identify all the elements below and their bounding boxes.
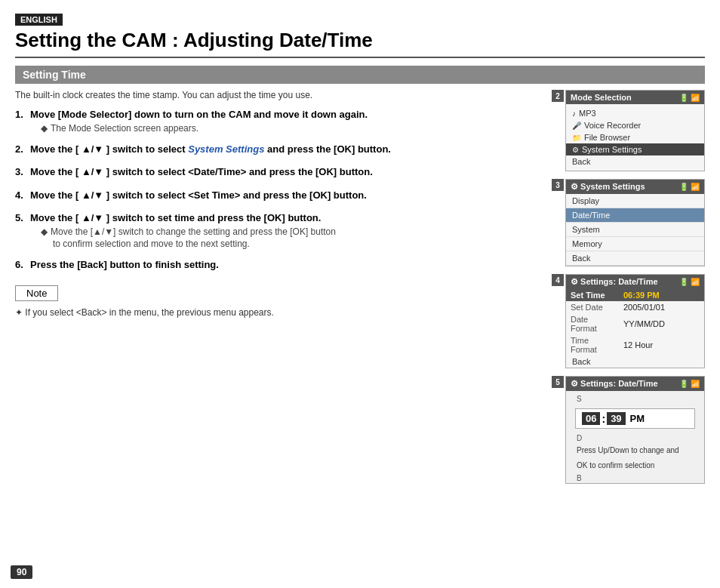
panel-2-number: 2 [552,90,564,102]
panel-3-header: ⚙ System Settings 🔋 📶 [566,180,704,194]
intro-text: The built-in clock creates the time stam… [15,90,556,100]
signal-icon-5: 📶 [691,380,700,388]
step-6-number: 6. [15,258,30,272]
panel-4-number: 4 [552,274,564,286]
step-4-text: Move the [ ▲/▼ ] switch to select <Set T… [30,189,556,202]
ampm-display[interactable]: PM [630,413,645,424]
menu-item-mp3[interactable]: ♪ MP3 [566,107,704,119]
step-6: 6. Press the [Back] button to finish set… [15,258,556,272]
step-5: 5. Move the [ ▲/▼ ] switch to set time a… [15,211,556,249]
panel-5-number: 5 [552,376,564,388]
music-icon: ♪ [572,109,576,118]
panel-4: ⚙ Settings: Date/Time 🔋 📶 Set Time 06:39… [565,274,705,368]
panel-5-header: ⚙ Settings: Date/Time 🔋 📶 [566,377,704,391]
panel-5-icons: 🔋 📶 [679,380,700,388]
step-4: 4. Move the [ ▲/▼ ] switch to select <Se… [15,189,556,202]
step-3: 3. Move the [ ▲/▼ ] switch to select <Da… [15,165,556,179]
menu-item-filebrowser[interactable]: 📁 File Browser [566,131,704,143]
step-5-sub2: to confirm selection and move to the nex… [30,239,556,249]
step-2-number: 2. [15,143,30,156]
step-2: 2. Move the [ ▲/▼ ] switch to select Sys… [15,143,556,156]
battery-icon-5: 🔋 [679,380,688,388]
sys-item-back-3[interactable]: Back [566,251,704,266]
dt-row-dateformat[interactable]: Date Format YY/MM/DD [566,313,704,334]
folder-icon: 📁 [572,134,581,142]
panel-2-header: Mode Selection 🔋 📶 [566,91,704,104]
step-1-number: 1. [15,108,30,134]
sys-item-display[interactable]: Display [566,194,704,208]
panel-2-icons: 🔋 📶 [679,94,700,102]
english-badge: ENGLISH [15,14,63,26]
panel-4-icons: 🔋 📶 [679,278,700,286]
gear-icon: ⚙ [572,146,579,154]
menu-item-systemsettings[interactable]: ⚙ System Settings [566,143,704,155]
note-content: ✦ If you select <Back> in the menu, the … [15,307,556,318]
step-2-italic: System Settings [188,143,264,155]
panel-5: ⚙ Settings: Date/Time 🔋 📶 S 06 : 39 PM [565,376,705,484]
step-1-text: Move [Mode Selector] down to turn on the… [30,108,556,122]
signal-icon-4: 📶 [691,278,700,286]
step-5-sub1: ◆Move the [▲/▼] switch to change the set… [30,226,556,237]
panel-2-menu: ♪ MP3 🎤 Voice Recorder 📁 File Browser [566,104,704,171]
time-colon: : [602,413,605,425]
sys-item-memory[interactable]: Memory [566,237,704,251]
dt-back[interactable]: Back [566,356,704,368]
page-title: Setting the CAM : Adjusting Date/Time [15,29,705,58]
time-hint-line1: Press Up/Down to change and [571,443,700,458]
dt-row-timeformat[interactable]: Time Format 12 Hour [566,334,704,356]
menu-item-voice[interactable]: 🎤 Voice Recorder [566,119,704,131]
panel-3-icons: 🔋 📶 [679,183,700,191]
step-2-text: Move the [ ▲/▼ ] switch to select System… [30,143,556,156]
time-hint-line2: OK to confirm selection [571,458,700,473]
sys-item-datetime[interactable]: Date/Time [566,208,704,223]
panel-4-header: ⚙ Settings: Date/Time 🔋 📶 [566,275,704,289]
menu-item-back-2[interactable]: Back [566,155,704,168]
step-3-text: Move the [ ▲/▼ ] switch to select <Date/… [30,165,556,179]
dt-row-setdate[interactable]: Set Date 2005/01/01 [566,301,704,313]
step-3-number: 3. [15,165,30,179]
time-display[interactable]: 06 : 39 PM [575,408,695,429]
step-4-number: 4. [15,189,30,202]
battery-icon-4: 🔋 [679,278,688,286]
signal-icon-3: 📶 [691,183,700,191]
battery-icon: 🔋 [679,94,688,102]
step-1-sub: ◆The Mode Selection screen appears. [30,123,556,134]
panel5-b: B [571,473,700,483]
page-number: 90 [11,565,32,579]
mic-icon: 🎤 [572,122,581,130]
hour-box[interactable]: 06 [582,412,600,425]
panel-3-number: 3 [552,179,564,191]
panel-2: Mode Selection 🔋 📶 ♪ MP3 🎤 [565,90,705,171]
step-5-number: 5. [15,211,30,249]
dt-table: Set Time 06:39 PM Set Date 2005/01/01 Da… [566,289,704,356]
panel-3: ⚙ System Settings 🔋 📶 Display Date/Time … [565,179,705,266]
step-6-text: Press the [Back] button to finish settin… [30,258,556,272]
battery-icon-3: 🔋 [679,183,688,191]
step-1: 1. Move [Mode Selector] down to turn on … [15,108,556,134]
panel5-s1: S [571,394,700,404]
panel5-d: D [571,433,700,443]
section-header: Setting Time [15,66,705,84]
dt-row-settime[interactable]: Set Time 06:39 PM [566,289,704,301]
note-box: Note [15,285,58,301]
sys-item-system[interactable]: System [566,223,704,237]
step-5-text: Move the [ ▲/▼ ] switch to set time and … [30,211,556,225]
minute-box[interactable]: 39 [607,412,625,425]
signal-icon: 📶 [691,94,700,102]
